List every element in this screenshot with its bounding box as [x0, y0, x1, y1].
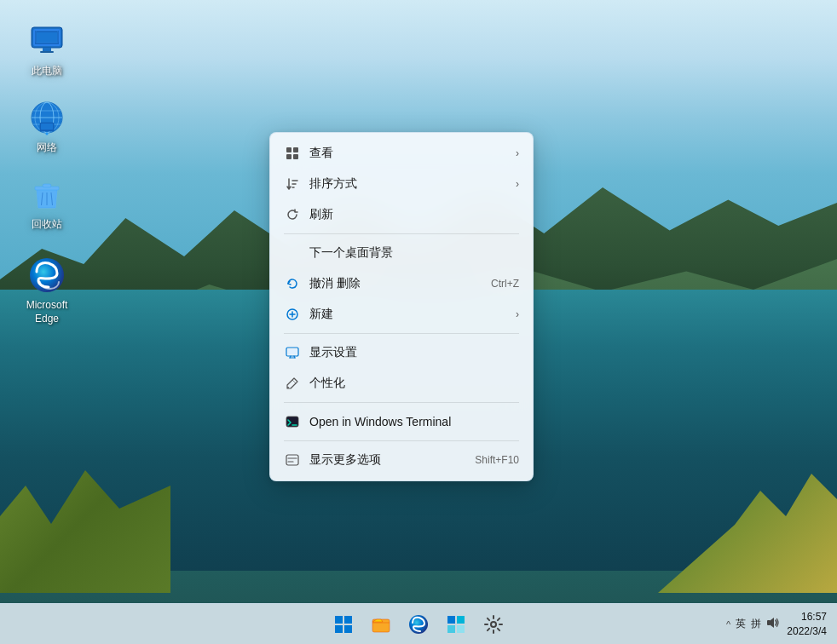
- tray-lang2[interactable]: 拼: [751, 617, 761, 631]
- undo-icon: [284, 275, 301, 292]
- menu-item-new[interactable]: 新建 ›: [270, 299, 533, 330]
- wallpaper-icon: [284, 244, 301, 262]
- menu-item-display[interactable]: 显示设置: [270, 337, 533, 368]
- svg-point-55: [491, 622, 496, 627]
- system-tray: ^ 英 拼: [726, 616, 780, 632]
- menu-sort-label: 排序方式: [309, 176, 516, 192]
- svg-point-16: [46, 133, 49, 135]
- svg-rect-54: [457, 625, 465, 633]
- desktop-icon-this-pc[interactable]: 此电脑: [13, 17, 81, 82]
- menu-wallpaper-label: 下一个桌面背景: [309, 245, 519, 261]
- svg-rect-15: [41, 124, 53, 129]
- svg-rect-48: [344, 625, 352, 633]
- menu-item-view[interactable]: 查看 ›: [270, 138, 533, 169]
- edge-taskbar-button[interactable]: [401, 607, 436, 641]
- windows-logo-icon: [333, 614, 354, 635]
- tray-lang1[interactable]: 英: [736, 617, 746, 631]
- edge-icon: [26, 255, 67, 296]
- edge-label-line2: Edge: [35, 313, 59, 326]
- desktop-icon-edge[interactable]: Microsoft Edge: [13, 251, 81, 329]
- svg-rect-18: [43, 184, 51, 187]
- view-arrow: ›: [516, 147, 519, 159]
- undo-shortcut: Ctrl+Z: [491, 278, 519, 290]
- menu-more-label: 显示更多选项: [309, 452, 475, 468]
- svg-rect-3: [37, 32, 57, 43]
- menu-item-wallpaper[interactable]: 下一个桌面背景: [270, 238, 533, 268]
- more-shortcut: Shift+F10: [475, 454, 519, 466]
- network-label: 网络: [37, 141, 57, 155]
- svg-rect-52: [457, 616, 465, 624]
- more-icon: [284, 451, 301, 469]
- menu-item-personalize[interactable]: 个性化: [270, 368, 533, 399]
- svg-rect-25: [286, 154, 292, 159]
- sort-arrow: ›: [516, 178, 519, 190]
- menu-item-refresh[interactable]: 刷新: [270, 199, 533, 230]
- recycle-icon: [26, 174, 67, 215]
- settings-button[interactable]: [476, 607, 511, 641]
- desktop-icon-network[interactable]: 网络: [13, 94, 81, 158]
- svg-point-39: [287, 387, 289, 388]
- new-icon: [284, 306, 301, 323]
- svg-rect-53: [447, 625, 455, 633]
- svg-rect-51: [447, 616, 455, 624]
- store-button[interactable]: [439, 607, 473, 641]
- svg-rect-56: [767, 620, 771, 625]
- svg-rect-24: [293, 147, 298, 152]
- brush-icon: [284, 375, 301, 392]
- explorer-icon: [371, 614, 391, 635]
- menu-refresh-label: 刷新: [309, 207, 519, 222]
- explorer-button[interactable]: [364, 607, 398, 641]
- menu-view-label: 查看: [309, 146, 516, 161]
- svg-line-38: [292, 380, 296, 383]
- sort-icon: [284, 175, 301, 193]
- svg-rect-23: [286, 147, 292, 152]
- svg-rect-26: [293, 154, 298, 159]
- menu-item-sort[interactable]: 排序方式 ›: [270, 169, 533, 199]
- svg-rect-4: [43, 48, 51, 51]
- svg-rect-45: [335, 616, 343, 624]
- tray-chevron[interactable]: ^: [726, 619, 730, 630]
- edge-label-line1: Microsoft: [26, 299, 68, 313]
- clock-time: 16:57: [801, 610, 827, 624]
- svg-rect-47: [335, 625, 343, 633]
- menu-item-undo[interactable]: 撤消 删除 Ctrl+Z: [270, 268, 533, 299]
- taskbar-center: [326, 607, 511, 641]
- separator-4: [284, 440, 519, 441]
- start-button[interactable]: [326, 607, 361, 641]
- svg-rect-34: [288, 349, 297, 354]
- menu-item-terminal[interactable]: Open in Windows Terminal: [270, 406, 533, 437]
- svg-rect-42: [286, 455, 298, 465]
- separator-1: [284, 233, 519, 234]
- edge-taskbar-icon: [408, 614, 429, 635]
- tray-speaker[interactable]: [766, 616, 780, 632]
- clock-date: 2022/3/4: [787, 624, 827, 639]
- view-icon: [284, 145, 301, 162]
- recycle-label: 回收站: [32, 218, 62, 232]
- menu-item-more[interactable]: 显示更多选项 Shift+F10: [270, 445, 533, 475]
- terminal-icon: [284, 413, 301, 430]
- svg-rect-46: [344, 616, 352, 624]
- this-pc-label: 此电脑: [32, 65, 62, 78]
- context-menu: 查看 › 排序方式 › 刷新 下一个桌面背景: [269, 132, 534, 481]
- store-icon: [446, 614, 466, 635]
- menu-display-label: 显示设置: [309, 345, 519, 360]
- desktop-icon-recycle[interactable]: 回收站: [13, 170, 81, 235]
- taskbar: ^ 英 拼 16:57 2022/3/4: [0, 603, 837, 644]
- display-icon: [284, 344, 301, 361]
- menu-new-label: 新建: [309, 307, 516, 322]
- refresh-icon: [284, 206, 301, 223]
- this-pc-icon: [26, 20, 67, 61]
- taskbar-right: ^ 英 拼 16:57 2022/3/4: [726, 610, 827, 639]
- network-icon: [26, 97, 67, 138]
- system-clock[interactable]: 16:57 2022/3/4: [787, 610, 827, 639]
- svg-rect-5: [40, 51, 54, 53]
- new-arrow: ›: [516, 308, 519, 320]
- settings-icon: [483, 614, 504, 635]
- separator-3: [284, 402, 519, 403]
- menu-undo-label: 撤消 删除: [309, 276, 491, 291]
- menu-terminal-label: Open in Windows Terminal: [309, 415, 519, 428]
- menu-personalize-label: 个性化: [309, 376, 519, 391]
- separator-2: [284, 333, 519, 334]
